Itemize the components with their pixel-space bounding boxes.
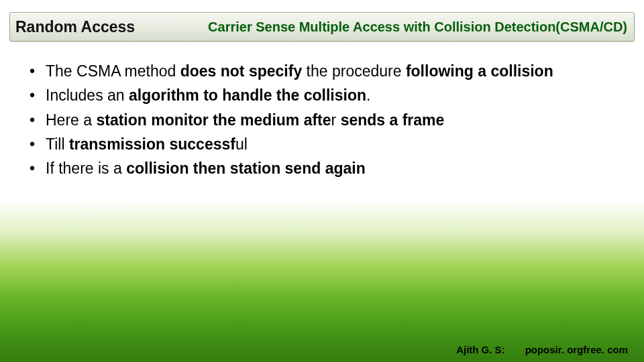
text-run: the procedure: [302, 62, 406, 80]
text-run: following a collision: [406, 62, 553, 80]
text-run: ul: [235, 135, 248, 153]
title-left: Random Access: [15, 18, 135, 36]
text-run: collision then station send again: [126, 160, 366, 177]
text-run: Includes an: [46, 86, 129, 104]
text-run: Here a: [46, 111, 96, 129]
text-run: transmission successf: [69, 135, 235, 153]
list-item: If there is a collision then station sen…: [25, 158, 631, 180]
background-decoration: [0, 228, 644, 362]
footer: Ajith G. S: poposir. orgfree. com: [456, 344, 628, 355]
list-item: Includes an algorithm to handle the coll…: [25, 84, 631, 107]
text-run: does not specify: [180, 62, 302, 80]
list-item: The CSMA method does not specify the pro…: [25, 60, 631, 82]
list-item: Till transmission successful: [25, 133, 631, 156]
text-run: station monitor the medium afte: [96, 111, 331, 129]
text-run: If there is a: [46, 160, 126, 177]
title-right: Carrier Sense Multiple Access with Colli…: [208, 19, 627, 35]
title-bar: Random Access Carrier Sense Multiple Acc…: [9, 12, 635, 42]
text-run: sends a frame: [341, 111, 445, 129]
bullet-list: The CSMA method does not specify the pro…: [25, 60, 631, 180]
footer-author: Ajith G. S:: [456, 344, 505, 355]
text-run: algorithm to handle the collision: [129, 86, 366, 104]
text-run: The CSMA method: [46, 62, 180, 80]
footer-site: poposir. orgfree. com: [525, 344, 628, 355]
list-item: Here a station monitor the medium after …: [25, 109, 631, 131]
content-area: The CSMA method does not specify the pro…: [25, 60, 631, 182]
text-run: .: [366, 86, 370, 104]
slide: Random Access Carrier Sense Multiple Acc…: [0, 0, 644, 362]
text-run: r: [331, 111, 341, 129]
text-run: Till: [46, 135, 69, 153]
